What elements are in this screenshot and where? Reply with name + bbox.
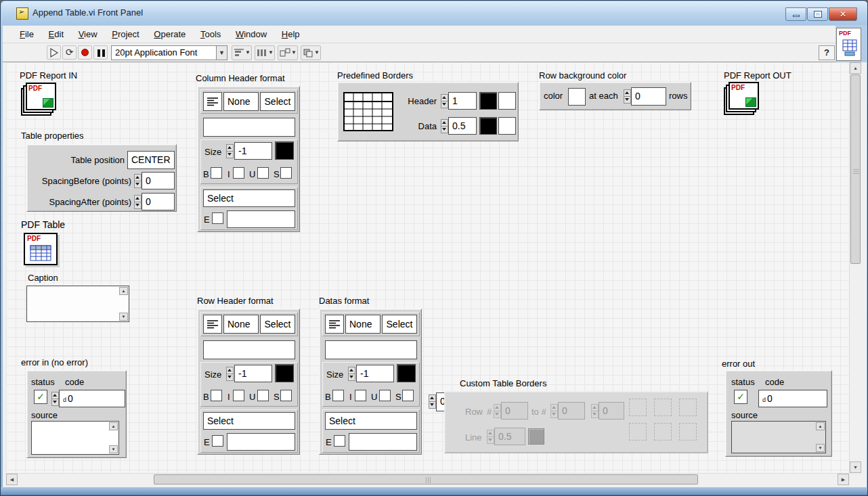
source-scrollbar[interactable]: ▲▼ [109, 422, 118, 453]
horizontal-scroll-thumb[interactable] [154, 474, 698, 484]
scroll-down-icon[interactable]: ▼ [119, 313, 128, 321]
scroll-down-icon[interactable]: ▼ [850, 461, 861, 473]
scroll-up-icon[interactable]: ▲ [816, 422, 825, 430]
font-color-box[interactable] [397, 364, 416, 382]
size-field[interactable]: -1 [234, 142, 272, 160]
run-continuously-button[interactable]: ⟳ [62, 45, 77, 60]
status-checkbox[interactable]: ✓ [34, 390, 47, 404]
size-spinner[interactable] [226, 144, 234, 159]
bold-checkbox[interactable] [332, 390, 344, 401]
enable-checkbox[interactable] [212, 435, 223, 447]
enable-field[interactable] [227, 210, 295, 228]
close-button[interactable]: ✕ [829, 7, 857, 21]
caption-field[interactable]: ▲▼ [26, 286, 129, 322]
reorder-objects-dropdown[interactable]: ▼ [301, 45, 321, 60]
italic-checkbox[interactable] [233, 167, 244, 179]
data-width-spinner[interactable] [441, 119, 448, 134]
array-index-spinner[interactable] [429, 394, 436, 409]
code-field[interactable]: d0 [59, 390, 125, 407]
context-help-button[interactable]: ? [819, 45, 835, 60]
spacing-before-field[interactable]: 0 [142, 172, 175, 189]
table-position-field[interactable]: CENTER [127, 151, 175, 169]
header-width-field[interactable]: 1 [448, 92, 477, 110]
resize-objects-dropdown[interactable]: ▼ [278, 45, 298, 60]
text-align-button[interactable] [203, 92, 222, 111]
source-field[interactable]: ▲▼ [31, 421, 119, 455]
strike-checkbox[interactable] [402, 390, 414, 401]
menu-operate[interactable]: Operate [148, 26, 192, 43]
pdf-report-out-indicator[interactable]: PDF [724, 82, 760, 116]
chevron-down-icon[interactable]: ▼ [216, 46, 227, 60]
header-width-spinner[interactable] [441, 94, 448, 109]
vi-icon[interactable]: PDF [836, 28, 861, 61]
italic-checkbox[interactable] [233, 390, 244, 401]
menu-tools[interactable]: Tools [194, 26, 227, 43]
menu-window[interactable]: Window [230, 26, 273, 43]
enable-checkbox[interactable] [212, 212, 223, 224]
horizontal-scrollbar[interactable]: ◀ ▶ [6, 473, 849, 484]
header-border-color-box[interactable] [479, 92, 497, 110]
bold-checkbox[interactable] [211, 167, 222, 179]
font-name-field[interactable] [203, 340, 295, 359]
menu-project[interactable]: Project [106, 26, 145, 43]
scroll-down-icon[interactable]: ▼ [109, 445, 118, 453]
scroll-down-icon[interactable]: ▼ [816, 444, 825, 452]
spacing-before-spinner[interactable] [134, 174, 142, 189]
scroll-left-icon[interactable]: ◀ [6, 474, 18, 485]
font-style-dropdown[interactable]: None [345, 315, 381, 334]
distribute-objects-dropdown[interactable]: ▼ [255, 45, 275, 60]
font-select-button[interactable]: Select [260, 315, 295, 334]
color-select-field[interactable]: Select [203, 189, 295, 207]
spacing-after-field[interactable]: 0 [142, 193, 175, 210]
scroll-up-icon[interactable]: ▲ [850, 62, 861, 74]
header-fill-color-box[interactable] [498, 92, 516, 110]
interval-field[interactable]: 0 [631, 87, 666, 106]
text-align-button[interactable] [203, 315, 222, 334]
size-spinner[interactable] [348, 367, 355, 382]
color-select-field[interactable]: Select [325, 412, 417, 430]
font-color-box[interactable] [275, 141, 294, 160]
menu-file[interactable]: File [14, 26, 40, 43]
font-color-box[interactable] [275, 364, 294, 382]
size-field[interactable]: -1 [234, 365, 272, 382]
title-bar[interactable]: Append Table.vi Front Panel ✕ [1, 1, 868, 25]
enable-checkbox[interactable] [334, 435, 345, 447]
vertical-scroll-thumb[interactable] [850, 74, 861, 264]
italic-checkbox[interactable] [355, 390, 366, 401]
source-scrollbar[interactable]: ▲▼ [816, 422, 825, 452]
strike-checkbox[interactable] [280, 167, 292, 179]
font-style-dropdown[interactable]: None [223, 92, 259, 111]
font-name-field[interactable] [325, 340, 417, 359]
menu-edit[interactable]: Edit [43, 26, 70, 43]
data-width-field[interactable]: 0.5 [448, 117, 477, 135]
table-borders-icon[interactable] [343, 92, 393, 131]
enable-field[interactable] [227, 433, 295, 451]
underline-checkbox[interactable] [257, 390, 269, 401]
data-fill-color-box[interactable] [498, 117, 516, 135]
row-color-box[interactable] [568, 88, 586, 106]
menu-view[interactable]: View [72, 26, 104, 43]
font-select-button[interactable]: Select [260, 92, 295, 111]
font-selector[interactable]: 20pt Application Font ▼ [111, 45, 227, 60]
interval-spinner[interactable] [624, 89, 631, 104]
enable-field[interactable] [349, 433, 417, 451]
pause-button[interactable] [93, 45, 108, 60]
scroll-right-icon[interactable]: ▶ [838, 474, 849, 485]
text-align-button[interactable] [325, 315, 344, 334]
font-name-field[interactable] [203, 118, 295, 137]
underline-checkbox[interactable] [257, 167, 269, 179]
vertical-scrollbar[interactable]: ▲ ▼ [849, 62, 861, 473]
minimize-button[interactable] [785, 7, 806, 21]
strike-checkbox[interactable] [280, 390, 292, 401]
align-objects-dropdown[interactable]: ▼ [232, 45, 252, 60]
pdf-report-in-control[interactable]: PDF [21, 83, 58, 116]
pdf-table-control[interactable]: PDF [24, 233, 58, 265]
underline-checkbox[interactable] [379, 390, 391, 401]
data-border-color-box[interactable] [479, 117, 497, 135]
menu-help[interactable]: Help [276, 26, 306, 43]
size-spinner[interactable] [226, 367, 234, 382]
bold-checkbox[interactable] [211, 390, 222, 401]
scroll-up-icon[interactable]: ▲ [119, 287, 128, 295]
scroll-up-icon[interactable]: ▲ [109, 422, 118, 430]
font-select-button[interactable]: Select [382, 315, 417, 334]
